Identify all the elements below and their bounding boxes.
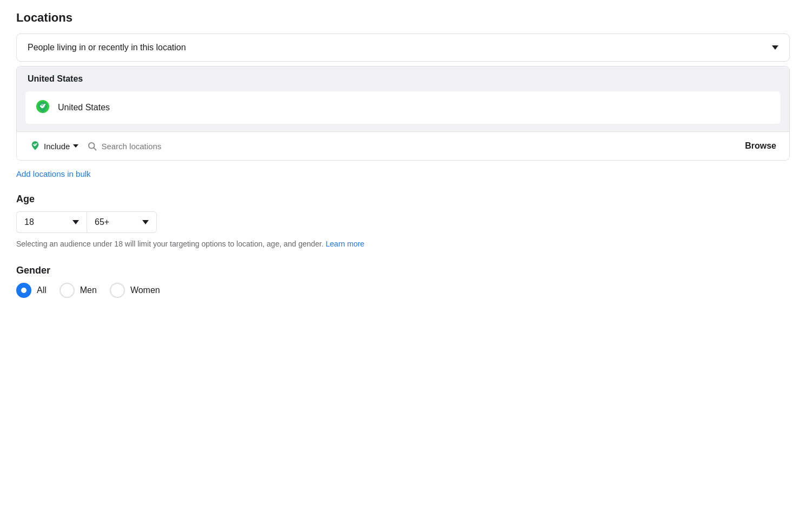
include-chevron-icon	[73, 144, 78, 148]
age-max-chevron-icon	[142, 220, 149, 224]
location-type-chevron-icon	[772, 45, 778, 50]
location-items-wrapper: United States	[17, 91, 789, 131]
age-title: Age	[16, 194, 790, 205]
gender-radio-women	[110, 283, 125, 298]
age-max-dropdown[interactable]: 65+	[87, 211, 157, 233]
age-min-value: 18	[24, 217, 68, 227]
search-bar-row: Include Browse	[17, 131, 789, 160]
add-bulk-link[interactable]: Add locations in bulk	[16, 169, 91, 178]
age-note: Selecting an audience under 18 will limi…	[16, 238, 790, 250]
gender-label-women: Women	[130, 285, 160, 295]
learn-more-link[interactable]: Learn more	[326, 240, 365, 248]
location-type-dropdown[interactable]: People living in or recently in this loc…	[16, 34, 790, 62]
gender-label-men: Men	[80, 285, 97, 295]
gender-option-men[interactable]: Men	[60, 283, 97, 298]
gender-label-all: All	[37, 285, 47, 295]
location-pin-icon	[34, 99, 51, 116]
location-type-selected: People living in or recently in this loc…	[28, 43, 186, 52]
gender-option-women[interactable]: Women	[110, 283, 160, 298]
gender-title: Gender	[16, 265, 790, 276]
age-section: Age 18 65+ Selecting an audience under 1…	[16, 194, 790, 250]
svg-line-4	[94, 148, 96, 150]
location-item-name: United States	[58, 103, 110, 112]
age-min-chevron-icon	[72, 220, 79, 224]
include-label: Include	[44, 142, 70, 151]
gender-radio-men	[60, 283, 75, 298]
gender-option-all[interactable]: All	[16, 283, 47, 298]
location-item: United States	[25, 91, 781, 124]
browse-button[interactable]: Browse	[741, 139, 781, 153]
gender-options: All Men Women	[16, 283, 790, 298]
age-max-value: 65+	[95, 217, 138, 227]
gender-section: Gender All Men Women	[16, 265, 790, 298]
gender-radio-all	[16, 283, 31, 298]
age-selects: 18 65+	[16, 211, 790, 233]
age-min-dropdown[interactable]: 18	[16, 211, 87, 233]
age-note-text: Selecting an audience under 18 will limi…	[16, 240, 323, 248]
locations-box: United States United States Include	[16, 66, 790, 161]
include-pin-icon	[30, 141, 41, 151]
search-locations-input[interactable]	[101, 142, 736, 151]
search-icon	[87, 141, 97, 151]
country-header: United States	[17, 66, 789, 91]
locations-title: Locations	[16, 11, 790, 25]
include-button[interactable]: Include	[25, 138, 83, 154]
